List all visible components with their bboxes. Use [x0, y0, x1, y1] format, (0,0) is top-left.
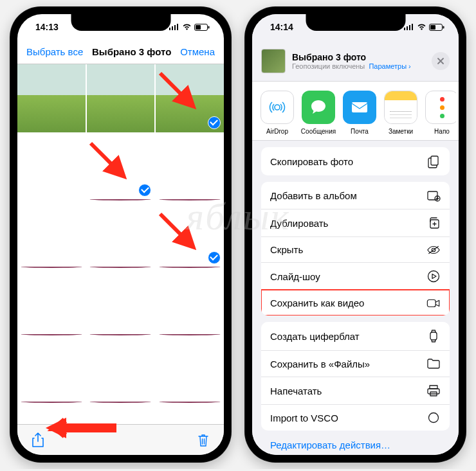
status-icons [404, 24, 444, 31]
selected-check-icon [138, 184, 151, 197]
photo-grid[interactable] [17, 64, 224, 424]
photo-cell[interactable] [87, 199, 155, 267]
dots-icon [425, 91, 456, 124]
share-app-notes[interactable]: Заметки [382, 91, 419, 135]
album-icon [426, 189, 441, 202]
action-row-watch[interactable]: Создать циферблат [261, 322, 450, 350]
photo-cell[interactable] [156, 334, 224, 402]
options-link[interactable]: Параметры › [369, 62, 410, 70]
share-apps-row: AirDropСообщенияПочтаЗаметкиНапо [252, 81, 459, 141]
svg-rect-6 [208, 26, 210, 28]
photo-cell[interactable] [17, 132, 86, 200]
svg-rect-5 [196, 25, 201, 30]
app-label: Сообщения [301, 128, 336, 135]
cellular-icon [169, 24, 179, 30]
status-time: 14:13 [35, 22, 59, 32]
duplicate-icon [426, 217, 441, 229]
action-label: Сохранить в «Файлы» [270, 359, 370, 369]
folder-icon [426, 358, 441, 369]
photo-cell[interactable] [87, 334, 155, 402]
action-row-album[interactable]: Добавить в альбом [261, 182, 450, 209]
action-label: Создать циферблат [270, 331, 360, 342]
action-row-play[interactable]: Слайд-шоу [261, 262, 450, 290]
photo-cell[interactable] [17, 199, 86, 267]
svg-rect-29 [428, 389, 439, 394]
photo-cell[interactable] [87, 132, 155, 200]
phone-left: 14:13 Выбрать все Выбрано 3 фото Отмена [10, 6, 232, 463]
trash-button[interactable] [197, 433, 210, 447]
navbar-title: Выбрано 3 фото [92, 46, 171, 57]
photo-cell[interactable] [87, 64, 155, 132]
action-label: Добавить в альбом [270, 190, 357, 201]
print-icon [426, 384, 441, 397]
share-app-other[interactable]: Напо [423, 91, 456, 135]
svg-rect-26 [427, 299, 435, 307]
cellular-icon [404, 24, 414, 30]
share-app-mail[interactable]: Почта [341, 91, 378, 135]
close-button[interactable] [432, 52, 450, 70]
action-label: Скрыть [270, 244, 303, 255]
action-row-duplicate[interactable]: Дублировать [261, 209, 450, 236]
action-row-video[interactable]: Сохранить как видео [261, 290, 450, 315]
share-button[interactable] [32, 432, 44, 448]
photo-cell[interactable] [156, 132, 224, 200]
svg-point-25 [428, 271, 439, 282]
share-app-airdrop[interactable]: AirDrop [259, 91, 296, 135]
sheet-header: Выбрано 3 фото Геопозиции включены Парам… [252, 40, 459, 81]
battery-icon [194, 24, 210, 31]
photo-cell[interactable] [17, 402, 86, 424]
select-all-button[interactable]: Выбрать все [26, 46, 83, 57]
airdrop-icon [261, 91, 294, 124]
circle-icon [426, 412, 441, 423]
action-row-hide[interactable]: Скрыть [261, 236, 450, 262]
notch [71, 14, 170, 31]
action-row-copy[interactable]: Скопировать фото [261, 147, 450, 175]
photo-cell[interactable] [156, 199, 224, 267]
svg-rect-12 [409, 25, 410, 30]
status-icons [169, 24, 210, 31]
photo-cell[interactable] [156, 64, 224, 132]
photo-cell[interactable] [87, 402, 155, 424]
action-label: Import to VSCO [270, 413, 338, 423]
bubble-icon [302, 91, 335, 124]
notes-icon [384, 91, 417, 124]
action-row-circle[interactable]: Import to VSCO [261, 404, 450, 431]
cancel-button[interactable]: Отмена [180, 46, 215, 57]
svg-rect-28 [430, 386, 437, 389]
app-label: Напо [434, 128, 450, 135]
photo-cell[interactable] [156, 267, 224, 335]
action-row-print[interactable]: Напечатать [261, 377, 450, 404]
field-photo [87, 64, 155, 132]
photo-cell[interactable] [156, 402, 224, 424]
app-label: Заметки [389, 128, 413, 135]
svg-point-17 [275, 105, 280, 110]
action-section: Добавить в альбомДублироватьСкрытьСлайд-… [261, 182, 450, 315]
selection-thumbnail [261, 49, 286, 73]
action-label: Сохранить как видео [270, 298, 364, 308]
svg-rect-19 [431, 156, 438, 165]
action-label: Слайд-шоу [270, 271, 320, 282]
action-section: Создать циферблатСохранить в «Файлы»Напе… [261, 322, 450, 431]
edit-actions-link[interactable]: Редактировать действия… [252, 431, 459, 455]
photo-cell[interactable] [17, 267, 86, 335]
battery-icon [429, 24, 444, 31]
sheet-title: Выбрано 3 фото [292, 52, 411, 62]
wifi-icon [417, 24, 426, 31]
phone-right: 14:14 Выбрано 3 фото Геопозиции включены… [244, 6, 466, 463]
envelope-icon [343, 91, 376, 124]
sheet-subtitle: Геопозиции включены Параметры › [292, 62, 411, 70]
svg-rect-1 [172, 26, 173, 30]
field-photo [17, 64, 86, 132]
action-label: Скопировать фото [270, 156, 353, 167]
photo-cell[interactable] [17, 64, 86, 132]
watch-icon [426, 329, 441, 343]
action-label: Дублировать [270, 218, 328, 229]
hide-icon [426, 245, 441, 255]
share-app-messages[interactable]: Сообщения [300, 91, 337, 135]
photo-cell[interactable] [87, 267, 155, 335]
svg-rect-27 [430, 332, 437, 340]
photo-cell[interactable] [17, 334, 86, 402]
close-icon [437, 57, 444, 65]
svg-point-31 [429, 413, 439, 423]
action-row-folder[interactable]: Сохранить в «Файлы» [261, 350, 450, 377]
